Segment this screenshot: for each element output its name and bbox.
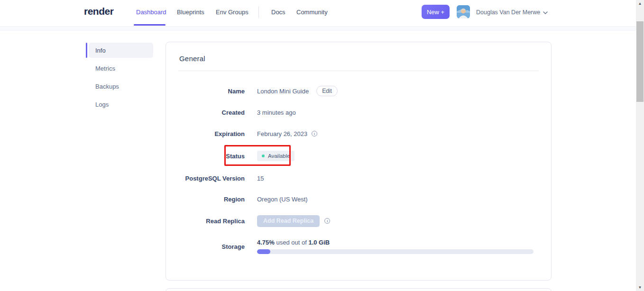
sidebar-item-label: Backups [95, 83, 119, 90]
storage-details: 4.75% used out of 1.0 GiB [257, 239, 534, 254]
sidebar-item-backups[interactable]: Backups [86, 79, 153, 94]
created-row: Created 3 minutes ago [166, 106, 551, 118]
storage-usage-text: 4.75% used out of 1.0 GiB [257, 239, 534, 246]
active-tab-underline [134, 24, 166, 26]
scrollbar-up-arrow-icon[interactable]: ▲ [636, 0, 644, 7]
chevron-down-icon[interactable] [542, 9, 549, 17]
storage-total: 1.0 GiB [308, 239, 330, 246]
storage-progress-bar [257, 249, 534, 254]
read-replica-info-icon[interactable]: i [324, 218, 330, 224]
avatar[interactable] [457, 5, 470, 18]
sidebar-item-label: Metrics [95, 65, 115, 72]
nav-tab-community[interactable]: Community [296, 9, 328, 16]
created-value: 3 minutes ago [257, 109, 296, 116]
render-logo[interactable]: render [84, 6, 113, 17]
add-read-replica-button[interactable]: Add Read Replica [257, 215, 320, 227]
region-row: Region Oregon (US West) [166, 193, 551, 205]
name-label: Name [166, 88, 245, 95]
postgresql-version-label: PostgreSQL Version [166, 175, 245, 182]
postgresql-version-row: PostgreSQL Version 15 [166, 172, 551, 184]
nav-tab-env-groups[interactable]: Env Groups [216, 9, 248, 16]
nav-tab-docs[interactable]: Docs [271, 9, 285, 16]
nav-divider [258, 6, 259, 18]
avatar-photo [457, 5, 470, 18]
created-label: Created [166, 109, 245, 116]
storage-middle-text: used out of [275, 239, 309, 246]
general-info-card: General Name London Mini Guide Edit Crea… [166, 42, 552, 281]
sidebar-nav: Info Metrics Backups Logs [86, 43, 153, 115]
read-replica-row: Read Replica Add Read Replica i [166, 215, 551, 227]
sidebar-item-label: Info [95, 47, 106, 54]
status-badge: Available [257, 151, 294, 161]
sidebar-item-metrics[interactable]: Metrics [86, 61, 153, 76]
status-available-dot-icon [262, 155, 265, 157]
status-row: Status Available [166, 150, 551, 162]
card-title-divider [178, 71, 539, 71]
card-title: General [179, 55, 205, 63]
name-value: London Mini Guide [257, 88, 309, 95]
next-card-top-edge [166, 288, 552, 291]
postgresql-version-value: 15 [257, 175, 264, 182]
region-value: Oregon (US West) [257, 196, 308, 203]
sidebar-item-info[interactable]: Info [89, 43, 153, 58]
sidebar-active-indicator [86, 43, 87, 58]
nav-tab-dashboard[interactable]: Dashboard [136, 9, 166, 16]
top-navigation-bar: render Dashboard Blueprints Env Groups D… [0, 0, 636, 27]
vertical-scrollbar[interactable]: ▲ ▼ [636, 0, 644, 291]
expiration-row: Expiration February 26, 2023 i [166, 127, 551, 140]
expiration-info-icon[interactable]: i [312, 131, 317, 136]
expiration-label: Expiration [166, 130, 245, 137]
sidebar-item-logs[interactable]: Logs [86, 97, 153, 112]
storage-label: Storage [166, 243, 245, 250]
header-shadow-strip [0, 27, 636, 31]
status-label: Status [166, 153, 245, 160]
sidebar-item-label: Logs [95, 101, 109, 108]
storage-used-percent: 4.75% [257, 239, 275, 246]
region-label: Region [166, 196, 245, 203]
edit-name-button[interactable]: Edit [316, 86, 338, 96]
expiration-value: February 26, 2023 [257, 130, 307, 137]
read-replica-label: Read Replica [166, 218, 245, 225]
render-dashboard-page: render Dashboard Blueprints Env Groups D… [0, 0, 644, 291]
status-badge-label: Available [268, 153, 290, 159]
user-menu-name[interactable]: Douglas Van Der Merwe [476, 9, 540, 16]
storage-row: Storage 4.75% used out of 1.0 GiB [166, 236, 551, 257]
scrollbar-down-arrow-icon[interactable]: ▼ [636, 284, 644, 291]
new-button[interactable]: New + [422, 5, 450, 19]
storage-progress-fill [257, 249, 270, 254]
scrollbar-thumb[interactable] [636, 21, 644, 102]
name-row: Name London Mini Guide Edit [166, 85, 551, 97]
nav-tab-blueprints[interactable]: Blueprints [177, 9, 204, 16]
